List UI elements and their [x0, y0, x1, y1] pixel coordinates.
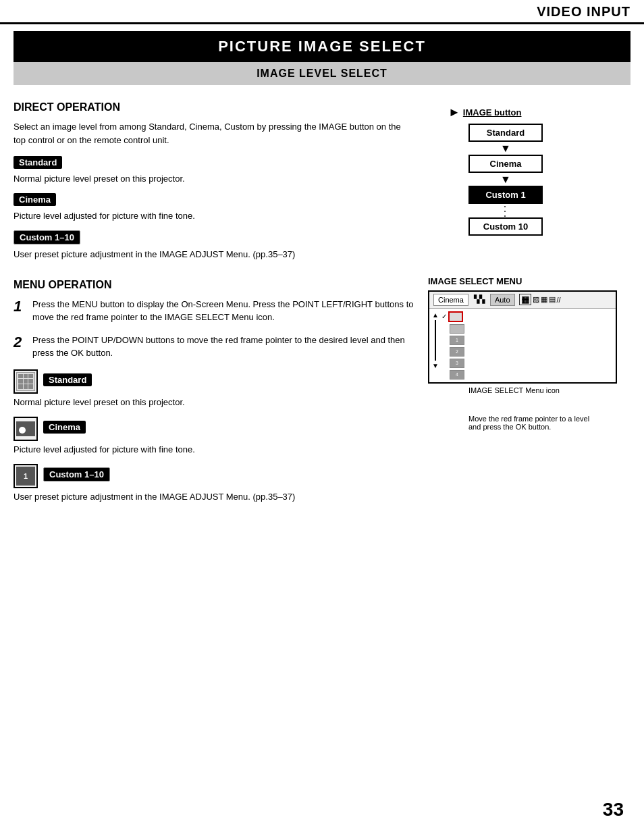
- menu-item-3: 1: [450, 336, 464, 345]
- standard-sym-icon: [16, 372, 35, 391]
- menu-icon-selected: ▦: [519, 294, 531, 305]
- sub-title: IMAGE LEVEL SELECT: [14, 62, 630, 85]
- menu-cinema-badge: Cinema: [43, 421, 86, 434]
- menu-operation-right: IMAGE SELECT MENU Cinema ▚▚ Auto ▦ ▨ ▦ ▤…: [428, 276, 630, 512]
- sidebar-line: [435, 320, 436, 361]
- menu-diagram-body: ▲ ▼ ✓ 1: [429, 309, 616, 382]
- menu-notes-area: IMAGE SELECT Menu icon Move the red fram…: [428, 386, 630, 431]
- menu-standard-item: Standard Normal picture level preset on …: [14, 369, 414, 409]
- page-number: 33: [603, 799, 624, 820]
- image-select-menu-title: IMAGE SELECT MENU: [428, 276, 630, 286]
- menu-item-6-icon: 4: [450, 370, 464, 380]
- cinema-sym-icon: [16, 421, 35, 436]
- menu-tab-icon: ▚▚: [471, 294, 487, 305]
- standard-badge: Standard: [14, 156, 62, 169]
- menu-operation-left: MENU OPERATION 1 Press the MENU button t…: [14, 276, 414, 512]
- menu-item-3-icon: 1: [450, 336, 464, 345]
- diagram-custom10-box: Custom 10: [468, 217, 543, 236]
- direct-operation-left: DIRECT OPERATION Select an image level f…: [14, 99, 414, 269]
- diagram-label: IMAGE button: [463, 107, 522, 118]
- custom-badge-item: Custom 1–10 User preset picture adjustme…: [14, 230, 414, 261]
- diagram-arrow-1: ▼: [500, 142, 511, 155]
- menu-cinema-icon: [14, 417, 38, 441]
- custom-sym-icon: 1: [16, 467, 35, 486]
- menu-item-2: [450, 324, 464, 334]
- menu-standard-icon-row: Standard: [14, 369, 414, 394]
- step-1-text: Press the MENU button to display the On-…: [32, 298, 414, 324]
- image-select-icon-note: IMAGE SELECT Menu icon: [468, 386, 630, 394]
- diagram-arrow-2: ▼: [500, 173, 511, 186]
- menu-diagram-top: Cinema ▚▚ Auto ▦ ▨ ▦ ▤ //: [429, 292, 616, 309]
- standard-desc: Normal picture level preset on this proj…: [14, 173, 414, 185]
- menu-item-4: 2: [450, 347, 464, 357]
- diagram-dots: ⋮: [498, 204, 514, 217]
- menu-sidebar-controls: ▲ ▼: [432, 311, 439, 380]
- diagram-flow: Standard ▼ Cinema ▼ Custom 1 ⋮ Custom 10: [468, 124, 543, 236]
- image-button-diagram: ► IMAGE button Standard ▼ Cinema ▼ Custo…: [428, 105, 630, 236]
- direct-operation-right: ► IMAGE button Standard ▼ Cinema ▼ Custo…: [428, 99, 630, 269]
- menu-icon-3: ▦: [541, 295, 547, 304]
- menu-items-list: ✓ 1 2 3: [441, 311, 464, 380]
- cinema-badge: Cinema: [14, 193, 56, 206]
- main-title: PICTURE IMAGE SELECT: [14, 31, 630, 62]
- menu-cinema-desc: Picture level adjusted for picture with …: [14, 444, 414, 456]
- menu-icon-2: ▨: [533, 295, 539, 304]
- check-icon: ✓: [441, 313, 447, 320]
- menu-tab-cinema: Cinema: [433, 294, 468, 306]
- step-2-number: 2: [14, 334, 26, 360]
- menu-custom-badge: Custom 1–10: [43, 467, 110, 481]
- menu-custom-desc: User preset picture adjustment in the IM…: [14, 491, 414, 503]
- menu-standard-icon: [14, 369, 38, 394]
- menu-cinema-icon-row: Cinema: [14, 417, 414, 441]
- menu-icon-4: ▤: [549, 295, 556, 304]
- menu-icons-group: ▦ ▨ ▦ ▤ //: [519, 294, 561, 305]
- diagram-custom1-box: Custom 1: [468, 186, 543, 204]
- menu-custom-icon-row: 1 Custom 1–10: [14, 464, 414, 488]
- menu-custom-icon: 1: [14, 464, 38, 488]
- diagram-cinema-box: Cinema: [468, 155, 543, 173]
- menu-item-check: ✓: [441, 311, 464, 322]
- direct-operation-heading: DIRECT OPERATION: [14, 101, 414, 113]
- menu-standard-desc: Normal picture level preset on this proj…: [14, 396, 414, 409]
- menu-item-2-icon: [450, 324, 464, 334]
- cinema-desc: Picture level adjusted for picture with …: [14, 210, 414, 222]
- menu-custom-item: 1 Custom 1–10 User preset picture adjust…: [14, 464, 414, 503]
- menu-item-4-icon: 2: [450, 347, 464, 357]
- cinema-badge-item: Cinema Picture level adjusted for pictur…: [14, 193, 414, 222]
- diagram-arrow-icon: ►: [448, 105, 460, 120]
- menu-cinema-item: Cinema Picture level adjusted for pictur…: [14, 417, 414, 456]
- menu-tab-auto: Auto: [490, 294, 515, 306]
- red-frame-note: Move the red frame pointer to a level an…: [468, 415, 590, 431]
- menu-operation-heading: MENU OPERATION: [14, 279, 414, 291]
- diagram-standard-box: Standard: [468, 124, 543, 142]
- step-2-text: Press the POINT UP/DOWN buttons to move …: [32, 334, 414, 360]
- standard-badge-item: Standard Normal picture level preset on …: [14, 156, 414, 185]
- direct-operation-section: DIRECT OPERATION Select an image level f…: [0, 85, 644, 276]
- menu-item-6: 4: [450, 370, 464, 380]
- header-bar: VIDEO INPUT: [0, 0, 644, 24]
- direct-operation-description: Select an image level from among Standar…: [14, 120, 414, 147]
- menu-icon-5: //: [557, 296, 561, 304]
- down-arrow-icon: ▼: [432, 362, 439, 369]
- menu-diagram: Cinema ▚▚ Auto ▦ ▨ ▦ ▤ // ▲ ▼: [428, 290, 617, 384]
- up-arrow-icon: ▲: [432, 311, 439, 319]
- custom-badge: Custom 1–10: [14, 230, 80, 244]
- menu-item-cinema-icon: [448, 311, 463, 322]
- step-1: 1 Press the MENU button to display the O…: [14, 298, 414, 324]
- custom-desc: User preset picture adjustment in the IM…: [14, 249, 414, 261]
- menu-standard-badge: Standard: [43, 373, 92, 386]
- menu-item-5-icon: 3: [450, 359, 464, 368]
- step-1-number: 1: [14, 298, 26, 324]
- diagram-header: ► IMAGE button: [448, 105, 521, 120]
- menu-operation-section: MENU OPERATION 1 Press the MENU button t…: [0, 276, 644, 525]
- step-2: 2 Press the POINT UP/DOWN buttons to mov…: [14, 334, 414, 360]
- menu-item-5: 3: [450, 359, 464, 368]
- header-title: VIDEO INPUT: [537, 4, 630, 20]
